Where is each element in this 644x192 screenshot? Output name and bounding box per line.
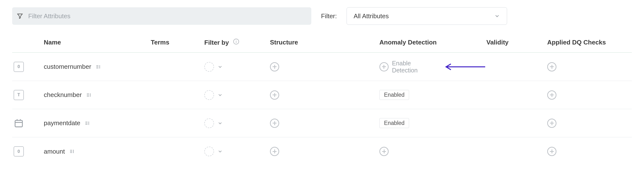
enable-detection-button[interactable]: Enable Detection (380, 60, 438, 74)
plus-circle-icon (380, 62, 389, 71)
type-number-icon: 0 (14, 62, 24, 72)
add-structure-button[interactable] (270, 62, 279, 71)
chevron-down-icon (218, 121, 223, 126)
table-header: Name Terms Filter by Structure Anomaly D… (12, 34, 632, 53)
attribute-name[interactable]: customernumber (44, 63, 91, 70)
table-row: 0 customernumber Enable Detection (12, 53, 632, 81)
col-validity[interactable]: Validity (486, 39, 508, 46)
column-menu-icon[interactable] (86, 92, 92, 98)
filter-attributes-input[interactable] (28, 12, 307, 20)
filter-bar: Filter: All Attributes (12, 7, 632, 25)
filter-dropdown-value: All Attributes (354, 12, 389, 20)
filter-by-cell[interactable] (204, 90, 223, 100)
dashed-circle-icon (204, 90, 214, 100)
filter-label: Filter: (321, 12, 337, 20)
add-structure-button[interactable] (270, 119, 279, 128)
svg-rect-12 (15, 120, 22, 127)
annotation-arrow-icon (443, 63, 486, 70)
col-dq-checks[interactable]: Applied DQ Checks (547, 39, 606, 46)
type-number-icon: 0 (14, 146, 24, 157)
chevron-down-icon (218, 64, 223, 69)
add-anomaly-button[interactable] (380, 147, 389, 156)
filter-by-cell[interactable] (204, 118, 223, 128)
filter-by-cell[interactable] (204, 62, 223, 72)
add-dq-check-button[interactable] (547, 62, 556, 71)
filter-dropdown[interactable]: All Attributes (346, 7, 507, 25)
dashed-circle-icon (204, 62, 214, 72)
info-icon[interactable] (233, 38, 239, 45)
add-dq-check-button[interactable] (547, 147, 556, 156)
dashed-circle-icon (204, 118, 214, 128)
col-filter-by[interactable]: Filter by (204, 38, 239, 46)
add-dq-check-button[interactable] (547, 90, 556, 100)
type-text-icon: T (14, 90, 24, 100)
svg-point-2 (236, 40, 236, 41)
col-terms[interactable]: Terms (151, 39, 169, 46)
filter-by-cell[interactable] (204, 147, 223, 156)
anomaly-enabled-badge[interactable]: Enabled (380, 90, 409, 100)
type-date-icon (14, 118, 24, 128)
attribute-name[interactable]: checknumber (44, 91, 82, 99)
anomaly-enabled-badge[interactable]: Enabled (380, 118, 409, 128)
chevron-down-icon (218, 92, 223, 98)
col-name[interactable]: Name (44, 39, 61, 46)
attribute-name[interactable]: paymentdate (44, 119, 80, 127)
column-menu-icon[interactable] (96, 64, 102, 70)
attribute-name[interactable]: amount (44, 148, 65, 155)
table-row: paymentdate Enabled (12, 109, 632, 137)
add-dq-check-button[interactable] (547, 119, 556, 128)
column-menu-icon[interactable] (69, 149, 75, 154)
filter-attributes-input-wrap[interactable] (12, 7, 311, 25)
col-anomaly[interactable]: Anomaly Detection (380, 39, 437, 46)
column-menu-icon[interactable] (85, 120, 90, 126)
col-structure[interactable]: Structure (270, 39, 298, 46)
add-structure-button[interactable] (270, 147, 279, 156)
table-row: T checknumber Enabled (12, 81, 632, 109)
add-structure-button[interactable] (270, 90, 279, 100)
funnel-icon (16, 13, 23, 19)
chevron-down-icon (494, 13, 500, 19)
chevron-down-icon (218, 149, 223, 154)
enable-detection-label: Enable Detection (392, 60, 438, 74)
table-row: 0 amount (12, 137, 632, 166)
dashed-circle-icon (204, 147, 214, 156)
